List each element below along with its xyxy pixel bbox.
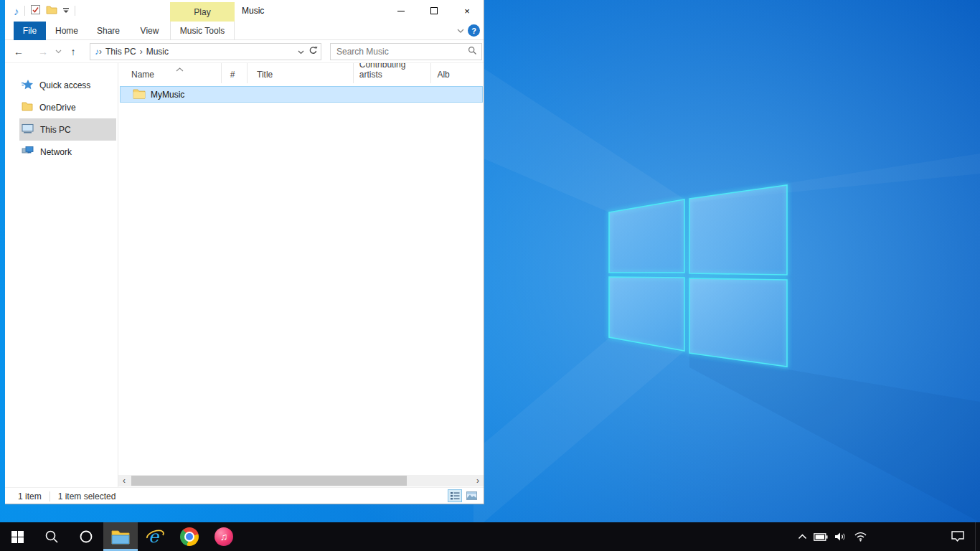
thumbnails-view-button[interactable] [464,489,479,502]
file-list-area: Name # Title Contributing artists Alb My… [118,63,484,487]
sidebar-item-this-pc[interactable]: This PC [19,118,116,141]
help-button[interactable]: ? [468,24,480,37]
action-center-button[interactable] [948,522,967,551]
tab-home[interactable]: Home [46,22,88,40]
column-label: Alb [437,70,449,80]
search-input[interactable] [336,47,468,57]
svg-text:e: e [149,527,160,547]
tab-view[interactable]: View [129,22,170,40]
tab-share[interactable]: Share [88,22,129,40]
chevron-up-icon[interactable] [798,534,807,540]
sidebar-item-label: This PC [40,125,71,135]
window-controls: × [385,0,484,22]
sidebar-item-label: OneDrive [39,103,76,113]
close-icon: × [464,6,470,16]
column-label: Name [131,70,154,80]
thumbnails-view-icon [466,491,477,500]
show-desktop-button[interactable] [975,522,980,551]
sort-ascending-chevron-icon [176,64,184,74]
start-button[interactable] [0,522,34,551]
chevron-down-icon[interactable] [456,26,465,36]
action-center-icon [951,531,964,542]
customize-toolbar-dropdown-icon[interactable] [62,6,70,16]
quick-access-star-icon [22,79,33,92]
refresh-icon[interactable] [308,46,318,57]
search-box[interactable] [330,43,482,60]
selection-count: 1 item selected [58,491,116,501]
breadcrumb-this-pc[interactable]: This PC [102,47,140,57]
cortana-button[interactable] [69,522,103,551]
circle-icon [79,529,93,544]
properties-check-icon[interactable] [30,4,41,17]
network-icon [22,146,34,158]
back-button[interactable]: ← [10,43,27,60]
column-header-row: Name # Title Contributing artists Alb [118,63,484,83]
items-count: 1 item [18,491,42,501]
sidebar-item-label: Quick access [39,80,90,90]
ribbon-tab-row: File Home Share View Music Tools ? [5,22,484,40]
list-item-mymusic[interactable]: MyMusic [120,86,483,103]
status-bar: 1 item 1 item selected [5,487,484,504]
battery-icon[interactable] [814,533,828,541]
column-label: Contributing artists [359,63,431,80]
taskbar-search-button[interactable] [34,522,69,551]
column-label: Title [257,70,273,80]
music-note-icon: ♪ [14,6,19,17]
up-button[interactable]: ↑ [65,43,82,60]
window-title: Music [242,0,264,22]
close-button[interactable]: × [451,0,484,22]
sidebar-item-quick-access[interactable]: Quick access [19,74,116,96]
address-dropdown-chevron-icon[interactable] [293,47,308,57]
folder-icon [133,88,146,101]
column-header-album[interactable]: Alb [431,63,484,83]
taskbar-itunes-button[interactable]: ♫ [207,522,241,551]
scroll-left-arrow-icon[interactable]: ‹ [118,475,130,486]
recent-locations-chevron-icon[interactable] [52,43,65,60]
tab-music-tools[interactable]: Music Tools [170,22,235,40]
address-bar[interactable]: ♪ › This PC › Music [90,43,321,60]
column-header-title[interactable]: Title [248,63,354,83]
details-view-button[interactable] [448,489,462,502]
scrollbar-thumb[interactable] [131,476,407,486]
taskbar-internet-explorer-button[interactable]: e [138,522,172,551]
taskbar-chrome-button[interactable] [172,522,207,551]
minimize-button[interactable] [385,0,418,22]
column-label: # [230,70,235,80]
screen: ♪ Play Music × [0,0,980,551]
column-header-contributing-artists[interactable]: Contributing artists [354,63,432,83]
sidebar-item-onedrive[interactable]: OneDrive [19,96,116,118]
file-explorer-window: ♪ Play Music × [5,0,484,504]
wifi-icon[interactable] [854,532,867,542]
computer-icon [22,123,34,136]
window-content: Quick access OneDrive This PC [5,63,484,487]
scroll-right-arrow-icon[interactable]: › [472,475,484,486]
view-toggle-group [448,489,479,502]
separator [75,6,75,16]
file-name: MyMusic [151,90,184,100]
sidebar-item-network[interactable]: Network [19,141,116,163]
windows-logo-icon [11,531,24,543]
search-icon[interactable] [468,46,477,57]
forward-button[interactable]: → [34,43,52,60]
system-tray [798,522,867,551]
navigation-pane: Quick access OneDrive This PC [5,63,118,487]
folder-icon [22,101,33,113]
horizontal-scrollbar[interactable]: ‹ › [118,475,484,486]
quick-access-toolbar: ♪ [14,0,75,22]
title-bar[interactable]: ♪ Play Music × [5,0,484,22]
taskbar: e ♫ [0,522,980,551]
breadcrumb-music[interactable]: Music [143,47,172,57]
taskbar-file-explorer-button[interactable] [103,522,138,551]
minimize-icon [397,11,405,11]
maximize-button[interactable] [418,0,451,22]
volume-icon[interactable] [834,532,847,542]
separator [50,491,50,501]
contextual-tab-group-play[interactable]: Play [170,2,235,22]
new-folder-icon[interactable] [46,5,57,17]
navigation-toolbar: ← → ↑ ♪ › This PC › Music [5,40,484,63]
tab-file[interactable]: File [14,22,46,40]
column-header-name[interactable]: Name [118,63,222,83]
chrome-icon [180,527,199,546]
column-header-number[interactable]: # [222,63,248,83]
music-note-icon: ♫ [215,527,233,546]
